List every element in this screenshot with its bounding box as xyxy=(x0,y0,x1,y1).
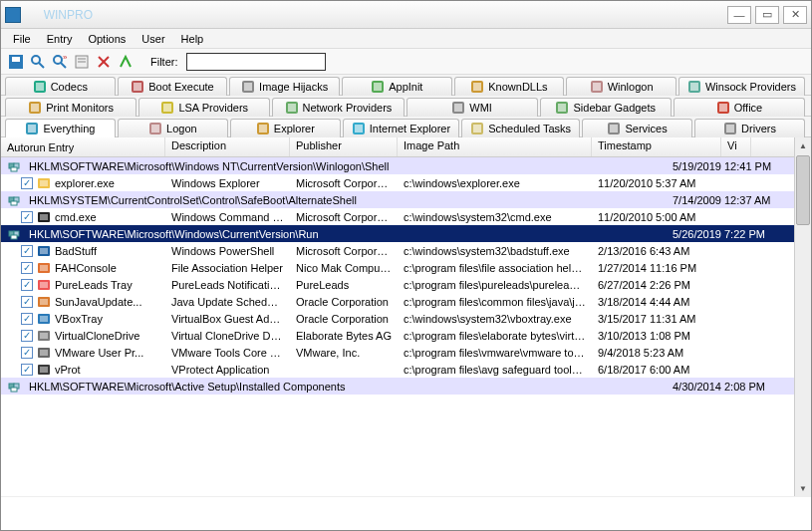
entry-name: VMware User Pr... xyxy=(55,347,143,359)
checkbox[interactable] xyxy=(21,330,33,342)
menu-options[interactable]: Options xyxy=(80,31,134,47)
tab-explorer[interactable]: Explorer xyxy=(230,119,341,137)
lsa-icon xyxy=(160,101,174,115)
delete-icon[interactable] xyxy=(95,53,113,71)
svg-rect-43 xyxy=(259,125,267,133)
timestamp: 3/18/2014 4:44 AM xyxy=(592,296,721,308)
tab-winsock-providers[interactable]: Winsock Providers xyxy=(678,77,805,96)
tab-scheduled-tasks[interactable]: Scheduled Tasks xyxy=(461,119,580,137)
description: VirtualBox Guest Additio... xyxy=(165,313,290,325)
everything-icon xyxy=(25,122,39,135)
find-next-icon[interactable]: » xyxy=(51,53,69,71)
table-row[interactable]: PureLeads TrayPureLeads Notification I..… xyxy=(1,276,794,293)
checkbox[interactable] xyxy=(21,177,33,189)
checkbox[interactable] xyxy=(21,296,33,308)
menu-help[interactable]: Help xyxy=(173,31,212,47)
properties-icon[interactable] xyxy=(73,53,91,71)
entry-name: PureLeads Tray xyxy=(55,279,133,291)
tab-knowndlls[interactable]: KnownDLLs xyxy=(454,77,565,96)
column-autorun-entry[interactable]: Autorun Entry xyxy=(1,137,165,156)
table-row[interactable]: explorer.exeWindows ExplorerMicrosoft Co… xyxy=(1,174,794,191)
vertical-scrollbar[interactable]: ▲ ▼ xyxy=(794,137,811,496)
checkbox[interactable] xyxy=(21,279,33,291)
checkbox[interactable] xyxy=(21,211,33,223)
table-row[interactable]: VirtualCloneDriveVirtual CloneDrive Dae.… xyxy=(1,327,794,344)
description: VProtect Application xyxy=(165,364,290,376)
tab-office[interactable]: Office xyxy=(674,98,805,117)
tab-sidebar-gadgets[interactable]: Sidebar Gadgets xyxy=(540,98,672,117)
svg-rect-23 xyxy=(593,83,601,91)
tab-internet-explorer[interactable]: Internet Explorer xyxy=(343,119,459,137)
checkbox[interactable] xyxy=(21,347,33,359)
table-scroll[interactable]: Autorun EntryDescriptionPublisherImage P… xyxy=(1,137,794,496)
tab-everything[interactable]: Everything xyxy=(5,119,116,137)
scroll-up-icon[interactable]: ▲ xyxy=(795,137,811,153)
description: Java Update Scheduler xyxy=(165,296,290,308)
checkbox[interactable] xyxy=(21,245,33,257)
codecs-icon xyxy=(33,80,47,94)
registry-header-row[interactable]: HKLM\SOFTWARE\Microsoft\Windows NT\Curre… xyxy=(1,157,794,174)
tab-drivers[interactable]: Drivers xyxy=(694,119,805,137)
tab-print-monitors[interactable]: Print Monitors xyxy=(5,98,136,117)
tabs-row-2: Print MonitorsLSA ProvidersNetwork Provi… xyxy=(1,96,811,117)
entry-name: vProt xyxy=(55,364,81,376)
tab-lsa-providers[interactable]: LSA Providers xyxy=(138,98,270,117)
winsock-icon xyxy=(687,80,701,94)
image-path: c:\program files\elaborate bytes\virtu..… xyxy=(398,330,592,342)
column-image-path[interactable]: Image Path xyxy=(398,137,592,156)
tasks-icon xyxy=(470,122,484,135)
table-row[interactable]: FAHConsoleFile Association HelperNico Ma… xyxy=(1,259,794,276)
image-path: c:\windows\system32\cmd.exe xyxy=(398,211,592,223)
titlebar: WINPRO — ▭ ✕ xyxy=(1,1,811,29)
column-timestamp[interactable]: Timestamp xyxy=(592,137,721,156)
entry-name: BadStuff xyxy=(55,245,97,257)
tab-services[interactable]: Services xyxy=(582,119,692,137)
tab-winlogon[interactable]: Winlogon xyxy=(566,77,677,96)
svg-rect-61 xyxy=(40,214,48,220)
svg-point-2 xyxy=(32,56,40,64)
maximize-button[interactable]: ▭ xyxy=(755,6,779,24)
column-vi[interactable]: Vi xyxy=(721,137,751,156)
scroll-down-icon[interactable]: ▼ xyxy=(795,480,811,496)
close-button[interactable]: ✕ xyxy=(783,6,807,24)
tab-appinit[interactable]: AppInit xyxy=(342,77,452,96)
folder-icon xyxy=(37,176,51,190)
tab-boot-execute[interactable]: Boot Execute xyxy=(118,77,228,96)
tab-codecs[interactable]: Codecs xyxy=(5,77,116,96)
column-publisher[interactable]: Publisher xyxy=(290,137,398,156)
table-row[interactable]: vProtVProtect Applicationc:\program file… xyxy=(1,361,794,378)
column-description[interactable]: Description xyxy=(165,137,290,156)
checkbox[interactable] xyxy=(21,262,33,274)
filter-input[interactable] xyxy=(186,53,326,71)
svg-rect-47 xyxy=(473,125,481,133)
table-row[interactable]: SunJavaUpdate...Java Update SchedulerOra… xyxy=(1,293,794,310)
menu-entry[interactable]: Entry xyxy=(39,31,81,47)
image-path: c:\program files\pureleads\pureleads... xyxy=(398,279,592,291)
boot-icon xyxy=(131,80,144,94)
tab-network-providers[interactable]: Network Providers xyxy=(272,98,404,117)
registry-header-row[interactable]: HKLM\SOFTWARE\Microsoft\Active Setup\Ins… xyxy=(1,378,794,395)
table-row[interactable]: cmd.exeWindows Command Pro...Microsoft C… xyxy=(1,208,794,225)
checkbox[interactable] xyxy=(21,364,33,376)
save-icon[interactable] xyxy=(7,53,25,71)
jump-icon[interactable] xyxy=(117,53,135,71)
svg-rect-13 xyxy=(36,83,44,91)
menu-file[interactable]: File xyxy=(5,31,39,47)
find-icon[interactable] xyxy=(29,53,47,71)
registry-header-row[interactable]: HKLM\SYSTEM\CurrentControlSet\Control\Sa… xyxy=(1,191,794,208)
table-row[interactable]: VBoxTrayVirtualBox Guest Additio...Oracl… xyxy=(1,310,794,327)
checkbox[interactable] xyxy=(21,313,33,325)
vbox-icon xyxy=(37,312,51,326)
timestamp: 4/30/2014 2:08 PM xyxy=(667,381,794,393)
table-row[interactable]: VMware User Pr...VMware Tools Core Ser..… xyxy=(1,344,794,361)
menu-user[interactable]: User xyxy=(134,31,172,47)
table-row[interactable]: BadStuffWindows PowerShellMicrosoft Corp… xyxy=(1,242,794,259)
tab-wmi[interactable]: WMI xyxy=(406,98,538,117)
registry-header-row[interactable]: HKLM\SOFTWARE\Microsoft\Windows\CurrentV… xyxy=(1,225,794,242)
scroll-thumb[interactable] xyxy=(796,155,810,225)
registry-icon xyxy=(7,380,21,394)
minimize-button[interactable]: — xyxy=(727,6,751,24)
hijack-icon xyxy=(241,80,255,94)
tab-logon[interactable]: Logon xyxy=(118,119,228,137)
tab-image-hijacks[interactable]: Image Hijacks xyxy=(229,77,340,96)
